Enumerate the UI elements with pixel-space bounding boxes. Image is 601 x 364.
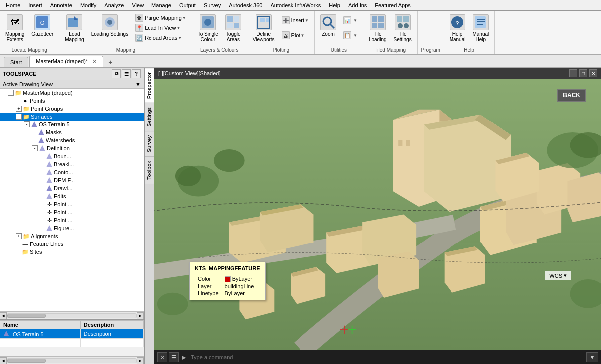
menu-view[interactable]: View (128, 1, 148, 9)
bottom-scroll-right[interactable]: ► (137, 357, 144, 364)
menu-home[interactable]: Home (2, 1, 24, 9)
menu-analyze[interactable]: Analyze (100, 1, 128, 9)
tree-item-surfaces[interactable]: - 📁 Surfaces (0, 113, 144, 121)
toolspace-icon-copy[interactable]: ⧉ (112, 69, 121, 78)
back-button[interactable]: BACK (557, 89, 586, 102)
menu-featured-apps[interactable]: Featured Apps (371, 1, 415, 9)
tree-item-breakl[interactable]: Breakl... (0, 160, 144, 168)
ribbon-btn-util1[interactable]: 📊 ▼ (341, 15, 360, 25)
toolspace-icon-properties[interactable]: ☰ (122, 69, 131, 78)
tree-item-alignments[interactable]: + 📁 Alignments (0, 232, 144, 240)
util2-icon: 📋 (343, 31, 351, 39)
cmd-icon-settings[interactable]: ☰ (169, 352, 179, 362)
tab-add-btn[interactable]: + (104, 57, 116, 67)
viewport-3d[interactable]: BACK WCS ▾ KTS_MAPPINGFEATURE Color ByLa… (154, 79, 601, 350)
tree-item-boun[interactable]: Boun... (0, 152, 144, 160)
menu-annotate[interactable]: Annotate (46, 1, 76, 9)
tree-item-feature-lines[interactable]: — Feature Lines (0, 240, 144, 248)
ribbon-btn-mapping-extents[interactable]: 🗺 MappingExtents (3, 13, 27, 44)
viewport-restore-btn[interactable]: □ (579, 69, 587, 77)
tree-item-conto[interactable]: Conto... (0, 168, 144, 176)
command-input[interactable] (191, 354, 583, 360)
menu-survey[interactable]: Survey (200, 1, 225, 9)
viewport-minimize-btn[interactable]: _ (569, 69, 577, 77)
purge-mapping-icon: 🗑 (135, 14, 143, 22)
side-tab-prospector[interactable]: Prospector (145, 68, 154, 103)
tree-item-definition[interactable]: - Definition (0, 144, 144, 152)
ribbon-btn-help-manual[interactable]: ? HelpManual (447, 13, 468, 44)
tree-view[interactable]: - 📁 MasterMap (draped) ● Points + 📁 Poin… (0, 89, 144, 311)
ribbon-btn-tile-loading[interactable]: TileLoading (366, 13, 389, 44)
reload-areas-icon: 🔄 (135, 34, 143, 42)
tree-item-point2[interactable]: ✛ Point ... (0, 208, 144, 216)
menu-infraworks[interactable]: Autodesk InfraWorks (266, 1, 325, 9)
tree-expand-os-terrain-5[interactable]: - (24, 121, 30, 127)
tree-item-sites[interactable]: 📁 Sites (0, 248, 144, 256)
menu-addins[interactable]: Add-ins (344, 1, 371, 9)
ribbon-btn-to-single-colour[interactable]: To SingleColour (195, 13, 221, 44)
active-drawing-dropdown[interactable]: Active Drawing View ▼ (0, 80, 144, 89)
viewport-close-btn[interactable]: ✕ (589, 69, 597, 77)
tab-mastermap[interactable]: MasterMap (draped)* ✕ (29, 56, 103, 67)
menu-help[interactable]: Help (325, 1, 344, 9)
toolspace-icon-help[interactable]: ? (132, 69, 141, 78)
bottom-scroll-left[interactable]: ◄ (0, 357, 7, 364)
ribbon-btn-util2[interactable]: 📋 ▼ (341, 30, 360, 40)
tree-item-watersheds[interactable]: Watersheds (0, 136, 144, 144)
tree-item-point1[interactable]: ✛ Point ... (0, 200, 144, 208)
side-tab-toolbox[interactable]: Toolbox (145, 156, 154, 184)
tree-expand-alignments[interactable]: + (16, 233, 22, 239)
tree-item-edits[interactable]: Edits (0, 192, 144, 200)
ribbon-btn-load-mapping[interactable]: LoadMapping (62, 13, 86, 44)
ribbon-btn-manual-help[interactable]: ManualHelp (470, 13, 491, 44)
ribbon-btn-purge-mapping[interactable]: 🗑 Purge Mapping ▼ (133, 13, 189, 23)
tree-item-os-terrain-5[interactable]: - OS Terrain 5 (0, 121, 144, 128)
tree-item-mastermap[interactable]: - 📁 MasterMap (draped) (0, 89, 144, 97)
tree-expand-surfaces[interactable]: - (16, 114, 22, 120)
menu-insert[interactable]: Insert (24, 1, 46, 9)
tree-item-points[interactable]: ● Points (0, 97, 144, 105)
wcs-indicator[interactable]: WCS ▾ (545, 271, 571, 280)
ribbon-btn-tile-settings[interactable]: TileSettings (391, 13, 414, 44)
tree-item-point-groups[interactable]: + 📁 Point Groups (0, 105, 144, 113)
scroll-left-arrow[interactable]: ◄ (0, 312, 7, 319)
tree-label-points: Points (30, 98, 45, 104)
tree-expand-mastermap[interactable]: - (8, 90, 14, 96)
ribbon-btn-loading-settings[interactable]: Loading Settings (89, 13, 131, 38)
scroll-right-arrow[interactable]: ► (137, 312, 144, 319)
menu-autodesk360[interactable]: Autodesk 360 (225, 1, 266, 9)
tree-item-dem-f[interactable]: DEM F... (0, 176, 144, 184)
scroll-track[interactable] (7, 313, 137, 318)
side-tab-survey[interactable]: Survey (145, 131, 154, 156)
ribbon-btn-load-in-view[interactable]: 📍 Load In View ▼ (133, 23, 189, 33)
tree-item-masks[interactable]: Masks (0, 128, 144, 136)
bottom-scroll-thumb[interactable] (7, 359, 46, 363)
ribbon-btn-gazetteer[interactable]: G Gazetteer (29, 13, 56, 38)
bottom-scroll-track[interactable] (7, 358, 137, 363)
cmd-icon-x[interactable]: ✕ (157, 352, 167, 362)
table-row[interactable]: OS Terrain 5 Description (0, 329, 144, 339)
tab-close-btn[interactable]: ✕ (92, 58, 97, 64)
ribbon-btn-plot[interactable]: 🖨 Plot ▼ (279, 30, 311, 40)
ribbon-btn-insert[interactable]: ➕ Insert ▼ (279, 15, 311, 25)
cmd-dropdown-btn[interactable]: ▼ (586, 352, 598, 362)
tree-item-drawi[interactable]: Drawi... (0, 184, 144, 192)
side-tab-settings[interactable]: Settings (145, 103, 154, 131)
menu-modify[interactable]: Modify (76, 1, 100, 9)
tree-item-figure[interactable]: Figure... (0, 224, 144, 232)
ribbon-btn-toggle-areas[interactable]: ToggleAreas (223, 13, 244, 44)
menu-manage[interactable]: Manage (148, 1, 175, 9)
tree-expand-point-groups[interactable]: + (16, 106, 22, 112)
menu-output[interactable]: Output (175, 1, 200, 9)
ribbon-btn-reload-areas[interactable]: 🔄 Reload Areas ▼ (133, 33, 189, 43)
tree-item-point3[interactable]: ✛ Point ... (0, 216, 144, 224)
tree-horizontal-scrollbar[interactable]: ◄ ► (0, 311, 144, 319)
ribbon-btn-define-viewports[interactable]: DefineViewports (250, 13, 277, 44)
svg-marker-38 (46, 177, 52, 183)
ribbon-btn-zoom[interactable]: Zoom (318, 13, 339, 38)
tab-start[interactable]: Start (4, 57, 28, 67)
tree-expand-definition[interactable]: - (32, 145, 38, 151)
scroll-thumb[interactable] (7, 314, 46, 318)
table-row-empty[interactable] (0, 339, 144, 347)
bottom-panel-scrollbar[interactable]: ◄ ► (0, 356, 144, 364)
